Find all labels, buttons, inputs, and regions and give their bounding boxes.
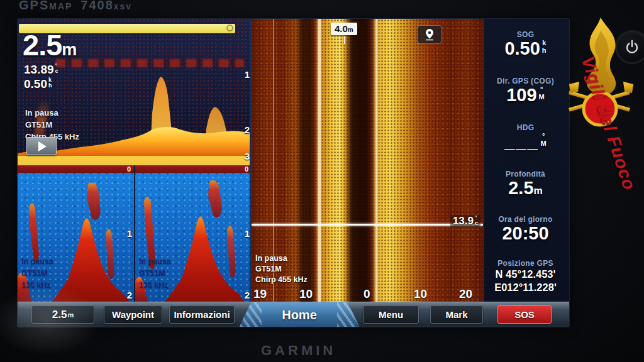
tab-stripes (240, 302, 262, 327)
sonar-chirp-panel[interactable]: 2.5m 13.89°c 0.50kh In pausa GT51M Chirp… (18, 19, 252, 165)
sidevu-panel[interactable]: 4.0m 13.9°c In pausaGT51MChirp 455 kHz 1… (252, 19, 483, 302)
tab-stripes (337, 302, 358, 327)
waypoint-button[interactable]: Waypoint (104, 305, 162, 324)
garmin-logo: GARMIN (261, 343, 336, 359)
menu-button[interactable]: Menu (363, 305, 419, 324)
bottom-track-line (375, 19, 377, 302)
gps-position-field: Posizione GPS N 45°12.453' E012°11.228' (484, 259, 567, 295)
sidevu-status-text: In pausaGT51MChirp 455 kHz (255, 253, 308, 285)
waypoint-marker-button[interactable] (417, 25, 442, 44)
depth-field: Profondità 2.5m (484, 170, 567, 197)
hdg-field: HDG ___°M (484, 123, 567, 151)
flasher-header: 0 (135, 165, 252, 173)
sos-button[interactable]: SOS (497, 305, 552, 324)
flasher-status-text: In pausaGT51M135 kHz (21, 256, 53, 292)
flasher-status-text: In pausaGT51M135 kHz (139, 256, 171, 292)
flasher-body: In pausaGT51M135 kHz 1 2 (135, 173, 252, 302)
information-button[interactable]: Informazioni (169, 305, 235, 324)
water-temp-readout: 13.89°c (24, 63, 58, 77)
range-scale-tick: 0 (364, 287, 370, 301)
play-button[interactable] (26, 137, 57, 155)
depth-flag: 4.0m (331, 23, 357, 35)
range-scale-tick: 10 (414, 287, 427, 301)
depth-flag-pole (344, 36, 345, 44)
range-scale-tick: 20 (459, 287, 472, 301)
panel-divider (134, 165, 135, 302)
flasher-panel-right[interactable]: 0 In pausaGT51M135 kHz 1 2 (135, 165, 252, 302)
bottom-track-line (318, 19, 321, 302)
depth-readout: 2.5m (23, 28, 77, 62)
range-scale-tick: 10 (299, 287, 313, 301)
depth-tick: 1 (245, 228, 250, 239)
depth-range-button[interactable]: 2.5m (31, 305, 94, 324)
temperature-label: 13.9°c (450, 215, 480, 228)
bottom-toolbar: 2.5m Waypoint Informazioni Home Menu Mar… (18, 302, 569, 327)
temperature-track-line (252, 224, 483, 226)
play-icon (38, 141, 47, 151)
water-column-shadow (345, 19, 375, 302)
cog-field: Dir. GPS (COG) 109°M (484, 77, 567, 104)
home-button[interactable]: Home (239, 302, 360, 327)
depth-tick: 2 (245, 124, 250, 135)
depth-tick: 2 (127, 290, 132, 300)
location-pin-icon (424, 28, 435, 41)
chartplotter-screen: 2.5m 13.89°c 0.50kh In pausa GT51M Chirp… (18, 19, 569, 327)
speed-readout: 0.50kh (24, 77, 52, 91)
device-model-label: GPSMAP 7408xsv (19, 0, 132, 13)
mark-button[interactable]: Mark (430, 305, 483, 324)
data-overlay-bar: SOG 0.50kh Dir. GPS (COG) 109°M HDG ___°… (483, 19, 569, 302)
depth-tick: 2 (245, 290, 250, 300)
range-scale-tick: 19 (253, 287, 267, 301)
time-field: Ora del giorno 20:50 (484, 215, 567, 243)
depth-tick: 1 (245, 69, 250, 80)
flasher-header: 0 (18, 165, 134, 173)
sog-field: SOG 0.50kh (484, 30, 567, 58)
flasher-panel-left[interactable]: 0 In pausaGT51M135 kHz (18, 165, 134, 302)
depth-tick: 1 (127, 228, 132, 239)
depth-tick: 3 (245, 151, 250, 162)
flasher-body: In pausaGT51M135 kHz 1 2 (18, 173, 134, 302)
